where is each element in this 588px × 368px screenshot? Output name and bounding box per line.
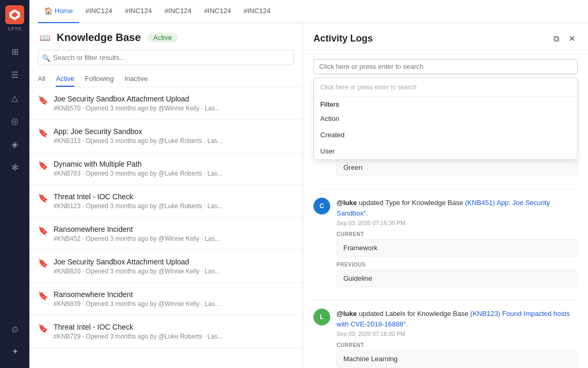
entry-text: @luke updated Type for Knowledge Base (K…	[337, 198, 578, 218]
search-dropdown-container: Click here or press enter to search Filt…	[303, 55, 588, 78]
dropdown-item-action[interactable]: Action	[314, 110, 577, 127]
bookmark-icon: 🔖	[38, 226, 48, 236]
bookmark-icon: 🔖	[38, 291, 48, 301]
bookmark-icon: 🔖	[38, 128, 48, 138]
list-item[interactable]: 🔖 App: Joe Security Sandbox #KNB313 · Op…	[29, 120, 302, 152]
kb-item-title: Threat Intel - IOC Check	[54, 192, 223, 201]
kb-item-meta: #KNB729 · Opened 3 months ago by @Luke R…	[54, 333, 223, 340]
bookmark-icon: 🔖	[38, 258, 48, 268]
virus-icon[interactable]: ✻	[4, 157, 25, 178]
filter-tabs: All Active Following Inactive	[29, 71, 302, 87]
book-icon: 📖	[40, 33, 50, 43]
kb-list: 🔖 Joe Security Sandbox Attachment Upload…	[29, 87, 302, 368]
bookmark-icon: 🔖	[38, 160, 48, 170]
kb-item-meta: #KNB123 · Opened 3 months ago by @Luke R…	[54, 202, 223, 210]
external-link-icon[interactable]: ⧉	[551, 32, 561, 46]
current-value: Framework	[337, 239, 578, 257]
tab-inc124-3[interactable]: #INC124	[158, 0, 197, 23]
kb-item-meta: #KNB313 · Opened 3 months ago by @Luke R…	[54, 137, 223, 145]
kb-item-title: App: Joe Security Sandbox	[54, 127, 223, 136]
filter-tab-following[interactable]: Following	[85, 71, 114, 87]
tab-inc124-1[interactable]: #INC124	[79, 0, 119, 23]
alert-icon[interactable]: △	[4, 87, 25, 108]
mention: @luke	[337, 310, 357, 318]
current-value: Machine Learning	[337, 350, 578, 367]
kb-header: 📖 Knowledge Base Active	[29, 23, 302, 50]
tab-inc124-2[interactable]: #INC124	[119, 0, 158, 23]
list-item[interactable]: 🔖 Threat Intel - IOC Check #KNB123 · Ope…	[29, 185, 302, 218]
list-item[interactable]: 🔖 Joe Security Sandbox Attachment Upload…	[29, 87, 302, 120]
kb-item-title: Dynamic with Multiple Path	[54, 160, 223, 168]
activity-entry: C @luke updated Type for Knowledge Base …	[313, 189, 578, 300]
dropdown-section-label: Filters	[314, 97, 577, 110]
tab-home[interactable]: 🏠 Home	[38, 0, 79, 23]
search-dropdown-panel: Click here or press enter to search Filt…	[313, 78, 578, 160]
kb-item-title: Joe Security Sandbox Attachment Upload	[54, 258, 220, 266]
activity-search-input[interactable]	[313, 59, 578, 74]
entry-text: @luke updated Labels for Knowledge Base …	[337, 309, 578, 329]
filter-tab-active[interactable]: Active	[56, 71, 74, 87]
kb-item-meta: #KNB839 · Opened 3 months ago by @Winnie…	[54, 300, 220, 308]
previous-value: Green	[337, 159, 578, 176]
entry-timestamp: Sep 03, 2020 07:16:30 PM	[337, 220, 578, 226]
bookmark-icon: 🔖	[38, 95, 48, 105]
user-icon[interactable]: ⊙	[4, 319, 25, 340]
star-icon[interactable]: ✦	[4, 341, 25, 362]
kb-item-meta: #KNB570 · Opened 3 months ago by @Winnie…	[54, 105, 220, 112]
sidebar: CFTR ⊞ ☰ △ ◎ ◈ ✻ ⊙ ✦	[0, 0, 29, 368]
search-bar: 🔍	[38, 50, 294, 65]
filter-tab-inactive[interactable]: Inactive	[124, 71, 148, 87]
search-input[interactable]	[38, 50, 294, 65]
home-icon: 🏠	[44, 7, 52, 15]
kb-item-meta: #KNB820 · Opened 3 months ago by @Winnie…	[54, 268, 220, 275]
menu-icon[interactable]: ☰	[4, 64, 25, 85]
grid-icon[interactable]: ⊞	[4, 41, 25, 62]
shield-icon[interactable]: ◈	[4, 134, 25, 155]
activity-log-title: Activity Logs	[313, 33, 373, 44]
topnav: 🏠 Home #INC124 #INC124 #INC124 #INC124 #…	[29, 0, 588, 23]
kb-item-title: Ransomewhere Incident	[54, 225, 220, 233]
kb-item-title: Threat Intel - IOC Check	[54, 323, 223, 331]
list-item[interactable]: 🔖 Joe Security Sandbox Attachment Upload…	[29, 250, 302, 283]
bookmark-icon: 🔖	[38, 193, 48, 203]
avatar: C	[313, 198, 330, 214]
mention: @luke	[337, 199, 357, 207]
tab-inc124-4[interactable]: #INC124	[198, 0, 237, 23]
filter-tab-all[interactable]: All	[38, 71, 45, 87]
previous-value: Guideline	[337, 270, 578, 287]
activity-entry: L @luke updated Labels for Knowledge Bas…	[313, 300, 578, 368]
current-label: CURRENT	[337, 342, 578, 348]
activity-header: Activity Logs ⧉ ✕	[303, 23, 588, 55]
list-item[interactable]: 🔖 Ransomewhere Incident #KNB452 · Opened…	[29, 218, 302, 250]
list-item[interactable]: 🔖 Dynamic with Multiple Path #KNB783 · O…	[29, 152, 302, 185]
tab-inc124-5[interactable]: #INC124	[237, 0, 277, 23]
dropdown-item-created[interactable]: Created	[314, 127, 577, 143]
page-title: Knowledge Base	[57, 32, 141, 44]
search-icon: 🔍	[42, 54, 50, 62]
list-item[interactable]: 🔖 Ransomewhere Incident #KNB839 · Opened…	[29, 283, 302, 315]
kb-item-meta: #KNB452 · Opened 3 months ago by @Winnie…	[54, 235, 220, 242]
close-icon[interactable]: ✕	[566, 32, 578, 46]
previous-label: PREVIOUS	[337, 262, 578, 268]
left-panel: 📖 Knowledge Base Active 🔍 All Active Fol…	[29, 23, 302, 368]
activity-header-icons: ⧉ ✕	[551, 32, 578, 46]
dropdown-placeholder: Click here or press enter to search	[314, 78, 577, 97]
sidebar-label: CFTR	[8, 26, 22, 32]
status-badge: Active	[147, 33, 178, 43]
main-area: 🏠 Home #INC124 #INC124 #INC124 #INC124 #…	[29, 0, 588, 368]
entry-timestamp: Sep 03, 2020 07:16:30 PM	[337, 331, 578, 337]
avatar: L	[313, 309, 330, 325]
kb-item-meta: #KNB783 · Opened 3 months ago by @Luke R…	[54, 170, 223, 177]
kb-item-title: Ransomewhere Incident	[54, 290, 220, 299]
activity-overlay: Activity Logs ⧉ ✕ Click here or press en…	[302, 23, 588, 368]
current-label: CURRENT	[337, 231, 578, 237]
target-icon[interactable]: ◎	[4, 110, 25, 131]
kb-item-title: Joe Security Sandbox Attachment Upload	[54, 95, 220, 103]
dropdown-item-user[interactable]: User	[314, 143, 577, 159]
content-area: 📖 Knowledge Base Active 🔍 All Active Fol…	[29, 23, 588, 368]
logo[interactable]	[5, 5, 24, 24]
list-item[interactable]: 🔖 Threat Intel - IOC Check #KNB729 · Ope…	[29, 315, 302, 348]
bookmark-icon: 🔖	[38, 323, 48, 333]
